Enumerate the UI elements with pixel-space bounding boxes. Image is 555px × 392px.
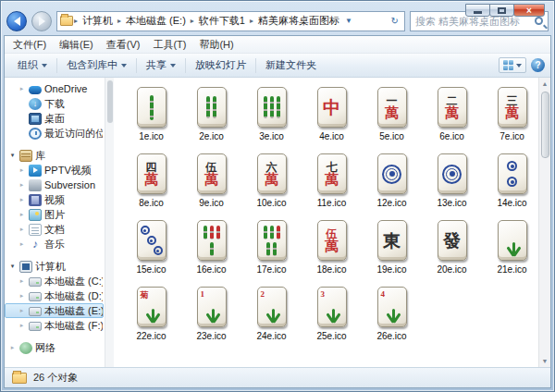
file-item[interactable]: 3 25e.ico [302, 285, 362, 351]
tree-expander-icon[interactable]: ▸ [18, 226, 26, 233]
file-item[interactable]: 伍萬 9e.ico [181, 152, 241, 218]
documents-icon [29, 224, 42, 236]
mahjong-tile-icon: 三萬 [498, 87, 527, 128]
sidebar-item[interactable]: 最近访问的位置 [5, 126, 104, 141]
file-item[interactable]: 4 26e.ico [362, 285, 422, 351]
tree-expander-icon[interactable]: ▸ [18, 322, 26, 329]
vertical-scrollbar[interactable]: ▲ ▼ [538, 78, 550, 367]
mahjong-tile-icon [137, 220, 166, 261]
minimize-button[interactable] [465, 4, 490, 17]
toolbar-button[interactable]: 放映幻灯片 [188, 55, 253, 76]
file-item[interactable]: 七萬 11e.ico [302, 152, 362, 218]
file-item[interactable]: 三萬 7e.ico [482, 85, 538, 152]
mahjong-tile-icon: 一萬 [377, 87, 407, 128]
forward-button[interactable] [31, 11, 52, 31]
menu-item[interactable]: 帮助(H) [192, 36, 240, 54]
file-item[interactable]: 1e.ico [121, 85, 181, 152]
mahjong-tile-icon: 四萬 [137, 153, 166, 194]
toolbar-button[interactable]: 组织 [10, 55, 55, 76]
file-item[interactable]: 東 19e.ico [362, 218, 422, 285]
file-item[interactable]: 14e.ico [482, 152, 538, 218]
maximize-button[interactable] [489, 4, 514, 17]
toolbar-button[interactable]: 共享 [139, 55, 183, 76]
file-item[interactable]: 菊 22e.ico [121, 285, 181, 351]
sidebar-item[interactable]: ▸ 本地磁盘 (C:) [5, 274, 104, 288]
file-item[interactable]: 16e.ico [181, 218, 241, 285]
tree-expander-icon[interactable]: ▸ [18, 85, 26, 92]
breadcrumb-item[interactable]: 精美麻将桌面图标 [254, 13, 343, 29]
sidebar-item[interactable]: ▸ 音乐 [5, 237, 104, 251]
tree-expander-icon[interactable]: ▸ [18, 196, 26, 203]
toolbar-separator [185, 58, 186, 73]
file-item[interactable]: 六萬 10e.ico [241, 152, 302, 218]
file-item[interactable]: 發 20e.ico [422, 218, 482, 285]
file-list: 1e.ico 2e.ico 3e.ico 中 4e.ico 一萬 5e.ico … [114, 78, 538, 367]
file-item[interactable]: 12e.ico [362, 152, 422, 218]
file-item[interactable]: 13e.ico [422, 152, 482, 218]
sidebar-item[interactable]: ▸ 图片 [5, 207, 104, 222]
sidebar-scrollbar-thumb[interactable] [107, 80, 113, 123]
sidebar-item[interactable]: ▸ Subversion [5, 178, 104, 192]
file-item[interactable]: 伍萬 18e.ico [302, 218, 362, 285]
tree-expander-icon[interactable]: ▾ [8, 152, 17, 159]
file-item[interactable]: 二萬 6e.ico [422, 85, 482, 152]
breadcrumb-item[interactable]: 本地磁盘 (E:) [122, 13, 190, 29]
breadcrumb-item[interactable]: 软件下载1 [195, 13, 249, 29]
sidebar-item[interactable]: ▸ 文档 [5, 222, 104, 237]
sidebar-item[interactable]: ▸ 本地磁盘 (E:) [5, 303, 104, 318]
sidebar-item[interactable]: ▸ 网络 [5, 340, 104, 355]
sidebar-scrollbar[interactable] [105, 78, 114, 367]
file-item[interactable]: 2e.ico [181, 85, 241, 152]
tree-expander-icon[interactable]: ▸ [18, 211, 26, 218]
computer-icon [19, 261, 32, 273]
sidebar-item[interactable]: 下载 [5, 96, 104, 111]
tree-expander-icon[interactable]: ▸ [18, 292, 26, 300]
file-item[interactable]: 中 4e.ico [302, 85, 362, 152]
sidebar-item[interactable]: ▸ 本地磁盘 (F:) [5, 318, 104, 333]
sidebar-item[interactable]: ▸ 本地磁盘 (D:) [5, 288, 104, 303]
address-dropdown-icon[interactable]: ▼ [343, 17, 354, 25]
file-item[interactable]: 3e.ico [241, 85, 302, 152]
breadcrumb-item[interactable]: 计算机 [79, 13, 117, 29]
change-view-button[interactable] [499, 57, 526, 73]
scrollbar-thumb[interactable] [541, 92, 549, 158]
menu-item[interactable]: 编辑(E) [53, 36, 100, 54]
mahjong-tile-icon [257, 87, 287, 128]
sidebar-item[interactable]: ▸ 视频 [5, 192, 104, 207]
tree-expander-icon[interactable]: ▸ [18, 181, 26, 189]
help-button[interactable]: ? [531, 58, 545, 72]
mahjong-tile-icon: 菊 [137, 287, 166, 327]
tree-expander-icon[interactable]: ▸ [8, 344, 17, 351]
refresh-icon[interactable]: ↻ [388, 16, 401, 26]
tree-expander-icon[interactable]: ▸ [18, 307, 26, 314]
menu-item[interactable]: 文件(F) [6, 36, 53, 54]
menu-item[interactable]: 查看(V) [100, 36, 147, 54]
toolbar-button[interactable]: 包含到库中 [59, 55, 134, 76]
address-bar[interactable]: ▸ 计算机 ▸ 本地磁盘 (E:) ▸ 软件下载1 ▸ 精美麻将桌面图标 ▼ ↻ [56, 11, 405, 31]
tree-expander-icon[interactable]: ▸ [18, 277, 26, 285]
tree-expander-icon[interactable]: ▸ [18, 240, 26, 248]
file-label: 11e.ico [317, 198, 347, 208]
scroll-down-icon[interactable]: ▼ [539, 355, 551, 367]
search-input[interactable] [415, 16, 535, 27]
file-item[interactable]: 2 24e.ico [241, 285, 302, 351]
sidebar-item[interactable]: ▸ PPTV视频 [5, 163, 104, 178]
sidebar-item[interactable]: ▾ 库 [5, 148, 104, 163]
menu-item[interactable]: 工具(T) [146, 36, 192, 54]
back-button[interactable] [6, 11, 27, 31]
mahjong-tile-icon [257, 220, 287, 261]
tree-expander-icon[interactable]: ▸ [18, 166, 26, 174]
file-item[interactable]: 1 23e.ico [181, 285, 241, 351]
close-button[interactable]: × [513, 4, 545, 17]
sidebar-item[interactable]: ▾ 计算机 [5, 259, 104, 274]
sidebar-item[interactable]: ▸ OneDrive [5, 81, 104, 96]
file-item[interactable]: 17e.ico [241, 218, 302, 285]
toolbar-button[interactable]: 新建文件夹 [258, 55, 324, 76]
file-item[interactable]: 一萬 5e.ico [362, 85, 422, 152]
file-item[interactable]: 四萬 8e.ico [121, 152, 181, 218]
sidebar-item[interactable]: 桌面 [5, 111, 104, 126]
tree-expander-icon[interactable]: ▾ [8, 263, 17, 270]
file-item[interactable]: 15e.ico [121, 218, 181, 285]
scroll-up-icon[interactable]: ▲ [539, 78, 551, 90]
file-item[interactable]: 21e.ico [482, 218, 538, 285]
